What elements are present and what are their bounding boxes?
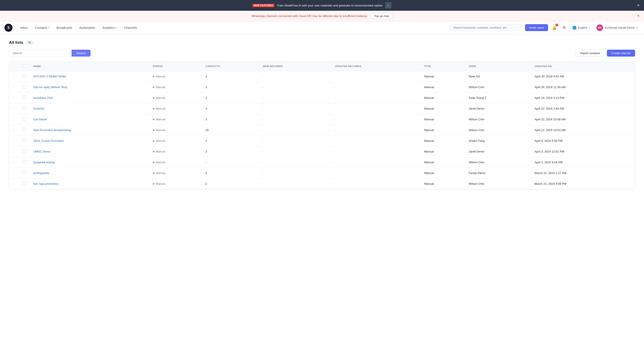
top-up-button[interactable]: Top up now bbox=[371, 13, 392, 19]
row-name-5[interactable]: April Promotion Broadcasting bbox=[30, 125, 149, 136]
actions-row: Search Import contacts Create new list bbox=[9, 50, 635, 57]
list-search-input[interactable] bbox=[9, 50, 72, 57]
row-select-checkbox-7[interactable] bbox=[22, 150, 26, 153]
row-contacts-7: 3 bbox=[202, 146, 259, 157]
select-all-checkbox[interactable] bbox=[22, 64, 26, 68]
banner-text: Train SleekFlow AI with your own materia… bbox=[277, 4, 382, 7]
notification-button[interactable]: 🔔 1 bbox=[551, 24, 558, 31]
col-updated-records-header: UPDATED RECORDS bbox=[332, 62, 420, 71]
username-label: Achamad Hanafi Demo bbox=[605, 26, 635, 29]
row-menu-10[interactable]: ⋮ bbox=[9, 178, 19, 189]
lists-table: NAME STATUS CONTACTS NEW RECORDS UPDATED… bbox=[9, 62, 635, 189]
row-created-on-7: April 3, 2024 12:01 PM bbox=[531, 146, 635, 157]
row-created-on-6: April 9, 2024 5:00 PM bbox=[531, 136, 635, 146]
row-type-1: Manual bbox=[420, 82, 465, 92]
row-name-8[interactable]: Quadrant testing bbox=[30, 157, 149, 168]
banner-arrow-button[interactable]: › bbox=[385, 2, 392, 8]
nav-broadcasts[interactable]: Broadcasts bbox=[54, 24, 75, 31]
row-status-7: Manual bbox=[149, 146, 202, 157]
row-updated-records-10: - bbox=[332, 178, 420, 189]
row-name-4[interactable]: Cat Owner bbox=[30, 114, 149, 125]
nav-contacts[interactable]: Contacts ▾ bbox=[32, 24, 52, 31]
row-checkbox-0 bbox=[19, 71, 30, 82]
invite-users-button[interactable]: Invite users bbox=[525, 24, 548, 31]
nav-inbox[interactable]: Inbox bbox=[17, 24, 31, 31]
import-contacts-button[interactable]: Import contacts bbox=[576, 50, 604, 57]
language-selector[interactable]: 🌐 English ▾ bbox=[570, 24, 592, 31]
row-updated-records-3: - bbox=[332, 103, 420, 114]
row-menu-1[interactable]: ⋮ bbox=[9, 82, 19, 92]
row-checkbox-6 bbox=[19, 136, 30, 146]
row-menu-2[interactable]: ⋮ bbox=[9, 92, 19, 103]
nav-channels[interactable]: Channels bbox=[121, 24, 140, 31]
alert-close-button[interactable]: × bbox=[637, 14, 640, 18]
row-name-7[interactable]: UMSC Demo bbox=[30, 146, 149, 157]
row-menu-9[interactable]: ⋮ bbox=[9, 168, 19, 178]
row-created-on-2: April 24, 2024 3:13 PM bbox=[531, 92, 635, 103]
row-contacts-8: - bbox=[202, 157, 259, 168]
row-updated-records-2: - bbox=[332, 92, 420, 103]
row-name-1[interactable]: Did not reply (Wilson Test) bbox=[30, 82, 149, 92]
row-menu-8[interactable]: ⋮ bbox=[9, 157, 19, 168]
row-checkbox-8 bbox=[19, 157, 30, 168]
row-select-checkbox-6[interactable] bbox=[22, 139, 26, 142]
row-select-checkbox-2[interactable] bbox=[22, 96, 26, 99]
row-menu-0[interactable]: ⋮ bbox=[9, 71, 19, 82]
row-select-checkbox-1[interactable] bbox=[22, 85, 26, 88]
table-row: ⋮ Emart24 Manual 3 - - Manual Jarell Dem… bbox=[9, 103, 635, 114]
user-menu[interactable]: AH Achamad Hanafi Demo ▾ bbox=[594, 24, 640, 32]
row-menu-5[interactable]: ⋮ bbox=[9, 125, 19, 136]
nav-items: Inbox Contacts ▾ Broadcasts Automation A… bbox=[17, 24, 446, 31]
row-select-checkbox-8[interactable] bbox=[22, 160, 26, 164]
row-name-3[interactable]: Emart24 bbox=[30, 103, 149, 114]
row-contacts-3: 3 bbox=[202, 103, 259, 114]
row-contacts-1: 3 bbox=[202, 82, 259, 92]
row-new-records-0: - bbox=[259, 71, 332, 82]
row-created-on-1: April 26, 2024 11:30 AM bbox=[531, 82, 635, 92]
row-status-1: Manual bbox=[149, 82, 202, 92]
page-title: All lists bbox=[9, 40, 23, 45]
table-row: ⋮ Cat Owner Manual 3 - - Manual Wilson C… bbox=[9, 114, 635, 125]
row-updated-records-0: - bbox=[332, 71, 420, 82]
row-select-checkbox-9[interactable] bbox=[22, 171, 26, 174]
row-new-records-2: - bbox=[259, 92, 332, 103]
right-actions: Import contacts Create new list bbox=[576, 50, 635, 57]
nav-analytics[interactable]: Analytics ▾ bbox=[99, 24, 120, 31]
row-menu-4[interactable]: ⋮ bbox=[9, 114, 19, 125]
settings-button[interactable]: ⚙ bbox=[560, 24, 568, 31]
row-checkbox-9 bbox=[19, 168, 30, 178]
alert-banner: WhatsApp channels connected with Cloud A… bbox=[0, 11, 644, 22]
row-updated-records-1: - bbox=[332, 82, 420, 92]
row-type-4: Manual bbox=[420, 114, 465, 125]
row-checkbox-5 bbox=[19, 125, 30, 136]
row-name-9[interactable]: testingfarida bbox=[30, 168, 149, 178]
table-row: ⋮ UMSC Demo Manual 3 - - Manual Jarell D… bbox=[9, 146, 635, 157]
row-name-6[interactable]: 2024_Cruise Promotion bbox=[30, 136, 149, 146]
row-select-checkbox-3[interactable] bbox=[22, 106, 26, 110]
navbar-search-input[interactable] bbox=[450, 24, 522, 31]
row-name-0[interactable]: KPJ DSH 2 DEMO NAWI bbox=[30, 71, 149, 82]
row-updated-records-5: - bbox=[332, 125, 420, 136]
row-created-on-5: April 22, 2024 10:53 AM bbox=[531, 125, 635, 136]
nav-automation[interactable]: Automation bbox=[76, 24, 98, 31]
table-row: ⋮ Did not reply (Wilson Test) Manual 3 -… bbox=[9, 82, 635, 92]
row-created-on-10: March 21, 2024 4:08 PM bbox=[531, 178, 635, 189]
table-row: ⋮ testingfarida Manual 1 - - Manual Fari… bbox=[9, 168, 635, 178]
row-user-9: Farida Demo bbox=[465, 168, 531, 178]
row-select-checkbox-5[interactable] bbox=[22, 128, 26, 132]
row-name-2[interactable]: broadcast 24/4 bbox=[30, 92, 149, 103]
logo[interactable]: S bbox=[4, 24, 12, 32]
row-select-checkbox-4[interactable] bbox=[22, 117, 26, 121]
row-updated-records-7: - bbox=[332, 146, 420, 157]
row-name-10[interactable]: hari raya promotion bbox=[30, 178, 149, 189]
create-new-list-button[interactable]: Create new list bbox=[607, 50, 635, 56]
banner-close-button[interactable]: × bbox=[637, 3, 640, 8]
language-label: English bbox=[578, 26, 588, 29]
row-select-checkbox-0[interactable] bbox=[22, 74, 26, 78]
row-menu-7[interactable]: ⋮ bbox=[9, 146, 19, 157]
row-menu-3[interactable]: ⋮ bbox=[9, 103, 19, 114]
row-created-on-4: April 22, 2024 10:58 AM bbox=[531, 114, 635, 125]
row-select-checkbox-10[interactable] bbox=[22, 182, 26, 185]
list-search-button[interactable]: Search bbox=[72, 50, 90, 56]
row-menu-6[interactable]: ⋮ bbox=[9, 136, 19, 146]
